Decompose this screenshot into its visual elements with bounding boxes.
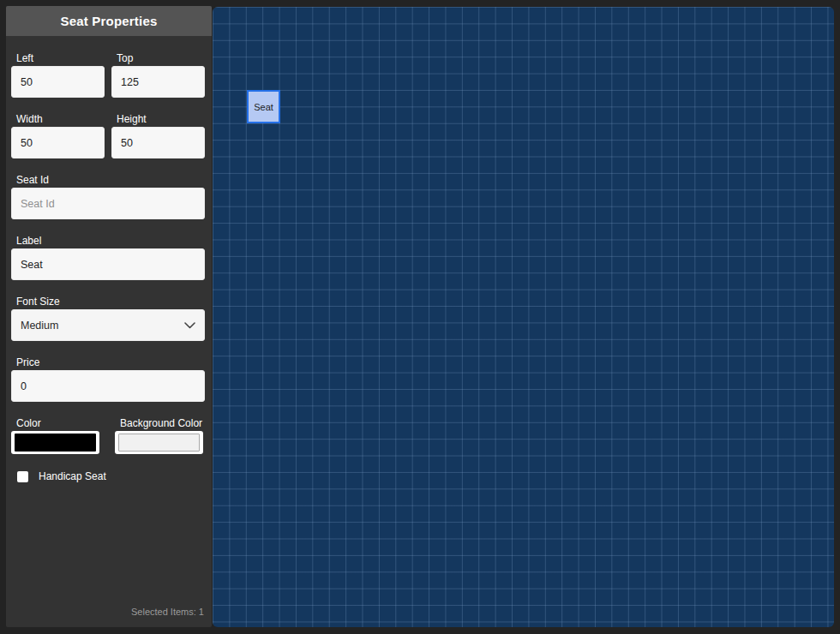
background-color-label: Background Color [120,417,203,429]
top-label: Top [117,52,205,64]
background-color-swatch [118,434,200,452]
seat-properties-form: Left Top Width Height Seat Id [6,36,212,482]
width-label: Width [16,113,105,125]
font-size-label: Font Size [16,296,207,308]
chevron-down-icon [184,322,195,329]
color-label: Color [16,417,99,429]
font-size-selected-value: Medium [21,320,58,332]
selected-items-status: Selected Items: 1 [131,607,204,617]
color-picker[interactable] [11,431,99,454]
panel-title: Seat Properties [60,14,157,28]
seat-element[interactable]: Seat [247,90,280,123]
seat-properties-panel: Seat Properties Left Top Width Height [6,6,212,627]
price-input[interactable] [11,370,205,402]
top-input[interactable] [111,66,205,98]
label-label: Label [16,235,207,247]
left-input[interactable] [11,66,105,98]
seat-element-label: Seat [254,102,273,112]
price-label: Price [16,356,207,368]
seat-id-label: Seat Id [16,174,207,186]
seat-design-canvas[interactable]: Seat [213,7,834,627]
panel-header: Seat Properties [6,6,212,36]
seat-id-input[interactable] [11,188,205,219]
color-swatch [15,434,96,452]
background-color-picker[interactable] [115,431,203,454]
handicap-seat-checkbox[interactable] [17,471,28,482]
label-input[interactable] [11,248,205,280]
height-label: Height [117,113,205,125]
font-size-select[interactable]: Medium [11,309,205,341]
handicap-seat-row: Handicap Seat [17,470,207,482]
handicap-seat-label: Handicap Seat [39,470,106,482]
width-input[interactable] [11,127,105,158]
height-input[interactable] [111,127,205,158]
left-label: Left [16,52,105,64]
